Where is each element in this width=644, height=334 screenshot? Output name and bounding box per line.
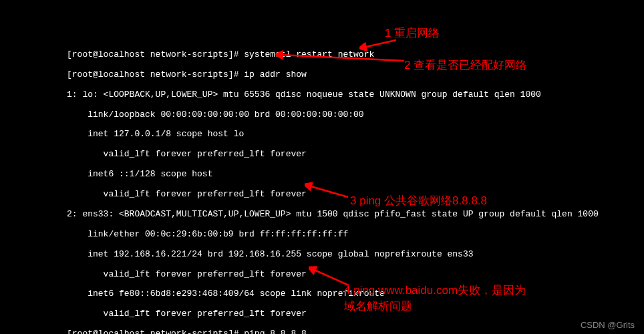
terminal-output: [root@localhost network-scripts]# system… bbox=[0, 0, 644, 334]
terminal-line: valid_lft forever preferred_lft forever bbox=[67, 150, 644, 160]
terminal-line: link/loopback 00:00:00:00:00:00 brd 00:0… bbox=[67, 110, 644, 120]
annotation-dns-issue: 域名解析问题 bbox=[344, 299, 412, 314]
terminal-line: valid_lft forever preferred_lft forever bbox=[67, 270, 644, 280]
annotation-ping-google: 3 ping 公共谷歌网络8.8.8.8 bbox=[350, 193, 487, 208]
terminal-line: 1: lo: <LOOPBACK,UP,LOWER_UP> mtu 65536 … bbox=[67, 90, 644, 100]
terminal-line: inet 127.0.0.1/8 scope host lo bbox=[67, 130, 644, 140]
terminal-line: inet6 ::1/128 scope host bbox=[67, 170, 644, 180]
terminal-line: inet 192.168.16.221/24 brd 192.168.16.25… bbox=[67, 250, 644, 260]
terminal-line: link/ether 00:0c:29:6b:00:b9 brd ff:ff:f… bbox=[67, 230, 644, 240]
terminal-line: [root@localhost network-scripts]# ping 8… bbox=[67, 329, 644, 334]
terminal-line: [root@localhost network-scripts]# ip add… bbox=[67, 70, 644, 80]
annotation-restart-network: 1 重启网络 bbox=[385, 25, 440, 41]
annotation-check-network: 2 查看是否已经配好网络 bbox=[404, 57, 527, 73]
terminal-line: 2: ens33: <BROADCAST,MULTICAST,UP,LOWER_… bbox=[67, 210, 644, 220]
terminal-line: [root@localhost network-scripts]# system… bbox=[67, 50, 644, 60]
annotation-ping-baidu-failed: 4 ping www.baidu.com失败，是因为 bbox=[344, 283, 526, 298]
watermark: CSDN @Grits bbox=[581, 320, 635, 330]
